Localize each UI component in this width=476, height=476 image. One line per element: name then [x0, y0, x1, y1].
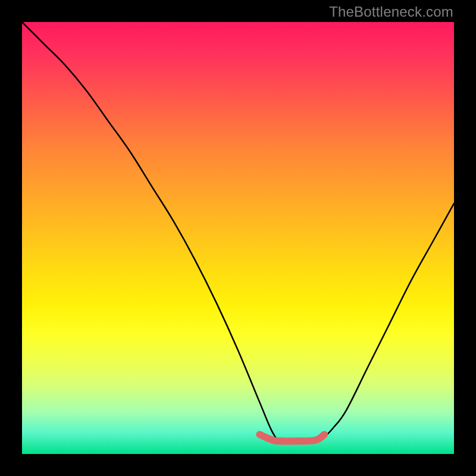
curve-svg — [22, 22, 454, 454]
bottleneck-curve — [22, 22, 454, 441]
chart-frame: TheBottleneck.com — [0, 0, 476, 476]
plot-area — [22, 22, 454, 454]
watermark-text: TheBottleneck.com — [329, 4, 453, 20]
optimal-segment — [259, 434, 324, 441]
